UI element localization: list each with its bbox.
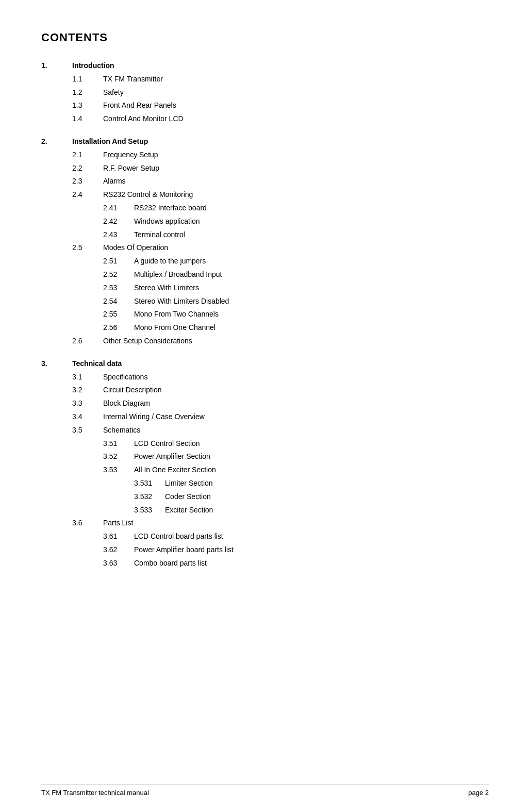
toc-label: Alarms	[103, 175, 489, 188]
toc-label: TX FM Transmitter	[103, 73, 489, 86]
toc-label: Safety	[103, 87, 489, 99]
toc-label: Combo board parts list	[134, 557, 489, 570]
toc-number: 3.4	[41, 411, 103, 423]
toc-row: 2.6 Other Setup Considerations	[41, 335, 489, 347]
toc-number: 2.55	[41, 308, 134, 321]
toc-row: 3.3 Block Diagram	[41, 397, 489, 410]
toc-number: 3.61	[41, 531, 134, 543]
toc-row: 2.54 Stereo With Limiters Disabled	[41, 295, 489, 308]
toc-number: 3.531	[41, 477, 165, 490]
page: CONTENTS 1. Introduction 1.1 TX FM Trans…	[0, 0, 530, 812]
toc-row: 3.4 Internal Wiring / Case Overview	[41, 411, 489, 423]
page-footer: TX FM Transmitter technical manual page …	[41, 785, 489, 797]
footer-left: TX FM Transmitter technical manual	[41, 789, 149, 797]
toc-row: 3.1 Specifications	[41, 371, 489, 384]
toc-label: Mono From Two Channels	[134, 308, 489, 321]
toc-row: 3.52 Power Amplifier Section	[41, 451, 489, 463]
toc-row: 1. Introduction	[41, 60, 489, 72]
toc-row: 3.2 Circuit Description	[41, 384, 489, 396]
toc-label: Control And Monitor LCD	[103, 113, 489, 125]
toc-number: 1.3	[41, 100, 103, 112]
toc-row: 2.55 Mono From Two Channels	[41, 308, 489, 321]
toc-label: Introduction	[72, 60, 489, 72]
toc-row: 3.62 Power Amplifier board parts list	[41, 544, 489, 556]
toc-label: R.F. Power Setup	[103, 162, 489, 175]
toc-row: 2.51 A guide to the jumpers	[41, 255, 489, 268]
toc-row: 2.2 R.F. Power Setup	[41, 162, 489, 175]
toc-number: 3.52	[41, 451, 134, 463]
toc-label: Circuit Description	[103, 384, 489, 396]
toc-number: 3.6	[41, 517, 103, 529]
page-title: CONTENTS	[41, 31, 489, 44]
toc-row: 2.5 Modes Of Operation	[41, 242, 489, 254]
toc-number: 2.52	[41, 269, 134, 281]
table-of-contents: 1. Introduction 1.1 TX FM Transmitter 1.…	[41, 60, 489, 569]
toc-number: 2.54	[41, 295, 134, 308]
toc-number: 3.	[41, 358, 72, 370]
toc-label: Power Amplifier board parts list	[134, 544, 489, 556]
toc-number: 2.	[41, 136, 72, 148]
toc-label: Stereo With Limiters	[134, 282, 489, 294]
toc-row: 3.51 LCD Control Section	[41, 438, 489, 450]
toc-number: 2.2	[41, 162, 103, 175]
toc-section-2: 2. Installation And Setup 2.1 Frequency …	[41, 136, 489, 347]
toc-label: Limiter Section	[165, 477, 489, 490]
toc-label: Technical data	[72, 358, 489, 370]
toc-label: Stereo With Limiters Disabled	[134, 295, 489, 308]
toc-label: Coder Section	[165, 491, 489, 503]
toc-section-3: 3. Technical data 3.1 Specifications 3.2…	[41, 358, 489, 570]
toc-row: 3.533 Exciter Section	[41, 504, 489, 517]
toc-label: Internal Wiring / Case Overview	[103, 411, 489, 423]
toc-number: 2.42	[41, 216, 134, 228]
toc-row: 3.531 Limiter Section	[41, 477, 489, 490]
toc-label: LCD Control board parts list	[134, 531, 489, 543]
toc-number: 2.1	[41, 149, 103, 161]
toc-number: 3.3	[41, 397, 103, 410]
toc-label: A guide to the jumpers	[134, 255, 489, 268]
toc-number: 1.1	[41, 73, 103, 86]
toc-row: 2.52 Multiplex / Broadband Input	[41, 269, 489, 281]
toc-row: 3.63 Combo board parts list	[41, 557, 489, 570]
toc-label: Windows application	[134, 216, 489, 228]
toc-row: 2.1 Frequency Setup	[41, 149, 489, 161]
toc-label: All In One Exciter Section	[134, 464, 489, 476]
toc-number: 2.51	[41, 255, 134, 268]
toc-number: 1.2	[41, 87, 103, 99]
toc-row: 3.53 All In One Exciter Section	[41, 464, 489, 476]
toc-number: 2.43	[41, 229, 134, 241]
toc-row: 1.2 Safety	[41, 87, 489, 99]
toc-number: 2.5	[41, 242, 103, 254]
toc-label: Multiplex / Broadband Input	[134, 269, 489, 281]
toc-number: 3.1	[41, 371, 103, 384]
toc-label: RS232 Control & Monitoring	[103, 189, 489, 201]
toc-label: Block Diagram	[103, 397, 489, 410]
toc-label: Power Amplifier Section	[134, 451, 489, 463]
toc-label: Other Setup Considerations	[103, 335, 489, 347]
toc-row: 3. Technical data	[41, 358, 489, 370]
toc-number: 3.533	[41, 504, 165, 517]
toc-number: 2.4	[41, 189, 103, 201]
toc-row: 3.6 Parts List	[41, 517, 489, 529]
toc-number: 3.63	[41, 557, 134, 570]
toc-label: Exciter Section	[165, 504, 489, 517]
toc-row: 2. Installation And Setup	[41, 136, 489, 148]
toc-number: 1.	[41, 60, 72, 72]
toc-number: 2.3	[41, 175, 103, 188]
toc-number: 3.5	[41, 424, 103, 437]
toc-row: 2.42 Windows application	[41, 216, 489, 228]
toc-row: 2.41 RS232 Interface board	[41, 202, 489, 214]
toc-label: Terminal control	[134, 229, 489, 241]
toc-label: LCD Control Section	[134, 438, 489, 450]
toc-number: 1.4	[41, 113, 103, 125]
toc-row: 3.61 LCD Control board parts list	[41, 531, 489, 543]
footer-right: page 2	[468, 789, 489, 797]
toc-label: Mono From One Channel	[134, 322, 489, 334]
toc-number: 3.532	[41, 491, 165, 503]
toc-label: Specifications	[103, 371, 489, 384]
toc-row: 2.56 Mono From One Channel	[41, 322, 489, 334]
toc-row: 2.43 Terminal control	[41, 229, 489, 241]
toc-row: 1.1 TX FM Transmitter	[41, 73, 489, 86]
toc-row: 2.4 RS232 Control & Monitoring	[41, 189, 489, 201]
toc-number: 2.53	[41, 282, 134, 294]
toc-label: Modes Of Operation	[103, 242, 489, 254]
